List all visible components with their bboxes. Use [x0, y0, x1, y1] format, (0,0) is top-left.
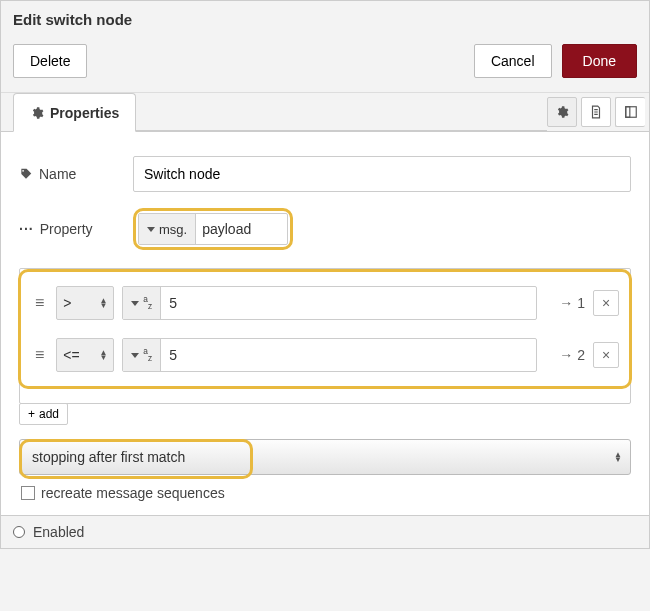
chevron-down-icon [147, 227, 155, 232]
string-type-icon: az [143, 295, 152, 310]
match-mode-select[interactable]: stopping after first match ▲▼ [19, 439, 631, 475]
add-rule-button[interactable]: + add [19, 403, 68, 425]
svg-rect-1 [625, 107, 629, 118]
gear-icon [555, 105, 569, 119]
operator-value: <= [63, 347, 79, 363]
output-index: → 2 [545, 347, 585, 363]
property-label: ··· Property [19, 221, 119, 237]
name-input[interactable] [133, 156, 631, 192]
gear-icon [30, 106, 44, 120]
enabled-toggle[interactable] [13, 526, 25, 538]
rules-list: ≡ > ▲▼ az 5 → 1 × [18, 269, 632, 389]
updown-icon: ▲▼ [99, 298, 107, 308]
match-mode-value: stopping after first match [32, 449, 185, 465]
rule-row: ≡ <= ▲▼ az 5 → 2 × [31, 338, 619, 372]
remove-rule-button[interactable]: × [593, 290, 619, 316]
rule-value-input[interactable]: 5 [161, 287, 536, 319]
close-icon: × [602, 347, 610, 363]
done-button[interactable]: Done [562, 44, 637, 78]
layout-icon [624, 105, 638, 119]
drag-handle-icon[interactable]: ≡ [31, 346, 48, 364]
name-label: Name [19, 166, 119, 182]
rule-row: ≡ > ▲▼ az 5 → 1 × [31, 286, 619, 320]
string-type-icon: az [143, 347, 152, 362]
chevron-down-icon [131, 353, 139, 358]
remove-rule-button[interactable]: × [593, 342, 619, 368]
recreate-sequences-checkbox[interactable] [21, 486, 35, 500]
svg-rect-0 [625, 107, 636, 118]
chevron-down-icon [131, 301, 139, 306]
toolbar: Delete Cancel Done [1, 34, 649, 93]
dialog-title: Edit switch node [1, 1, 649, 34]
tab-settings-button[interactable] [547, 97, 577, 127]
recreate-sequences-label: recreate message sequences [41, 485, 225, 501]
value-type-button[interactable]: az [123, 339, 161, 371]
value-type-button[interactable]: az [123, 287, 161, 319]
updown-icon: ▲▼ [614, 452, 622, 462]
tab-properties-label: Properties [50, 105, 119, 121]
operator-select[interactable]: <= ▲▼ [56, 338, 114, 372]
operator-select[interactable]: > ▲▼ [56, 286, 114, 320]
enabled-label: Enabled [33, 524, 84, 540]
form-content: Name ··· Property msg. payload [1, 132, 649, 515]
tab-appearance-button[interactable] [615, 97, 645, 127]
tabs: Properties [1, 93, 649, 132]
delete-button[interactable]: Delete [13, 44, 87, 78]
drag-handle-icon[interactable]: ≡ [31, 294, 48, 312]
document-icon [589, 105, 603, 119]
operator-value: > [63, 295, 71, 311]
updown-icon: ▲▼ [99, 350, 107, 360]
tag-icon [19, 167, 33, 181]
property-value[interactable]: payload [196, 214, 287, 244]
property-type-label: msg. [159, 222, 187, 237]
cancel-button[interactable]: Cancel [474, 44, 552, 78]
output-index: → 1 [545, 295, 585, 311]
footer: Enabled [1, 515, 649, 548]
close-icon: × [602, 295, 610, 311]
ellipsis-icon: ··· [19, 221, 34, 237]
tab-description-button[interactable] [581, 97, 611, 127]
tab-properties[interactable]: Properties [13, 93, 136, 132]
property-type-button[interactable]: msg. [139, 214, 196, 244]
rule-value-input[interactable]: 5 [161, 339, 536, 371]
plus-icon: + [28, 407, 35, 421]
